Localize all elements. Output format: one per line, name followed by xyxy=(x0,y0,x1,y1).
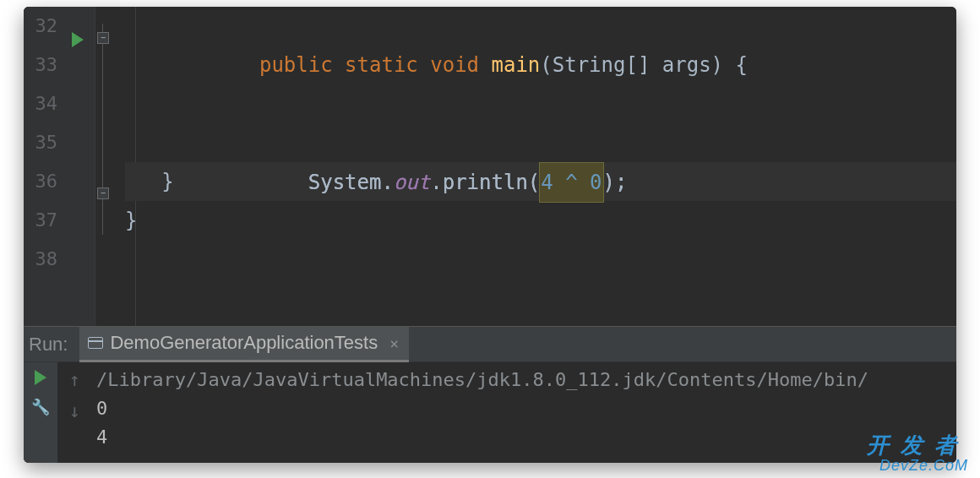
run-tab-label: DemoGeneratorApplicationTests xyxy=(110,332,378,354)
line-number: 38 xyxy=(24,240,57,279)
highlighted-expression: 4 ^ 0 xyxy=(539,162,603,203)
code-text: .println( xyxy=(430,171,540,194)
run-panel-label: Run: xyxy=(24,334,79,356)
code-line[interactable]: } xyxy=(125,201,956,240)
close-tab-icon[interactable]: × xyxy=(389,334,399,352)
line-number: 33 xyxy=(24,46,57,84)
line-number: 34 xyxy=(24,84,57,123)
code-text: ); xyxy=(603,171,628,194)
console-line: 0 xyxy=(96,398,107,419)
gutter-run-area xyxy=(66,7,95,326)
run-nav: ↑ ↓ xyxy=(57,362,91,463)
run-line-icon[interactable] xyxy=(72,32,84,47)
code-area[interactable]: public static void main(String[] args) {… xyxy=(120,7,956,326)
run-body: 🔧 ↑ ↓ /Library/Java/JavaVirtualMachines/… xyxy=(24,362,956,463)
params: (String[] args) { xyxy=(540,53,748,77)
code-editor[interactable]: 32 33 34 35 36 37 38 − − public static v… xyxy=(24,7,956,326)
code-text: } xyxy=(161,170,173,193)
ide-window: 32 33 34 35 36 37 38 − − public static v… xyxy=(24,7,956,463)
console-line: 4 xyxy=(96,426,107,448)
code-line[interactable]: System.out.println(4 ^ 0); xyxy=(125,123,956,162)
keyword: public xyxy=(259,53,333,77)
run-header: Run: DemoGeneratorApplicationTests × xyxy=(24,327,956,362)
code-line[interactable] xyxy=(125,240,956,279)
code-text: } xyxy=(125,209,137,232)
line-number: 37 xyxy=(24,201,57,240)
code-line[interactable]: public static void main(String[] args) { xyxy=(125,7,956,46)
keyword: void xyxy=(430,53,479,77)
run-tab[interactable]: DemoGeneratorApplicationTests × xyxy=(79,327,409,362)
line-number: 35 xyxy=(24,123,57,162)
console-command: /Library/Java/JavaVirtualMachines/jdk1.8… xyxy=(96,369,868,390)
settings-button[interactable]: 🔧 xyxy=(32,398,49,415)
run-tool-window: Run: DemoGeneratorApplicationTests × 🔧 ↑… xyxy=(24,326,956,463)
run-toolbar: 🔧 xyxy=(24,362,57,463)
line-number-gutter: 32 33 34 35 36 37 38 xyxy=(24,7,66,326)
up-stack-icon[interactable]: ↑ xyxy=(68,369,79,390)
down-stack-icon[interactable]: ↓ xyxy=(68,400,79,421)
line-number: 32 xyxy=(24,7,57,46)
line-number: 36 xyxy=(24,162,57,201)
fold-expand-end-icon[interactable]: − xyxy=(97,187,109,199)
rerun-button[interactable] xyxy=(32,369,49,386)
fold-gutter: − − xyxy=(95,7,120,326)
method-name: main xyxy=(492,53,541,77)
code-line[interactable]: System.out.println(3 ^ 3); xyxy=(125,84,956,123)
code-text: System. xyxy=(308,171,394,194)
console-output[interactable]: /Library/Java/JavaVirtualMachines/jdk1.8… xyxy=(91,362,956,463)
field: out xyxy=(394,171,430,194)
keyword: static xyxy=(345,53,418,77)
application-icon xyxy=(88,337,103,349)
fold-collapse-icon[interactable]: − xyxy=(97,32,109,44)
